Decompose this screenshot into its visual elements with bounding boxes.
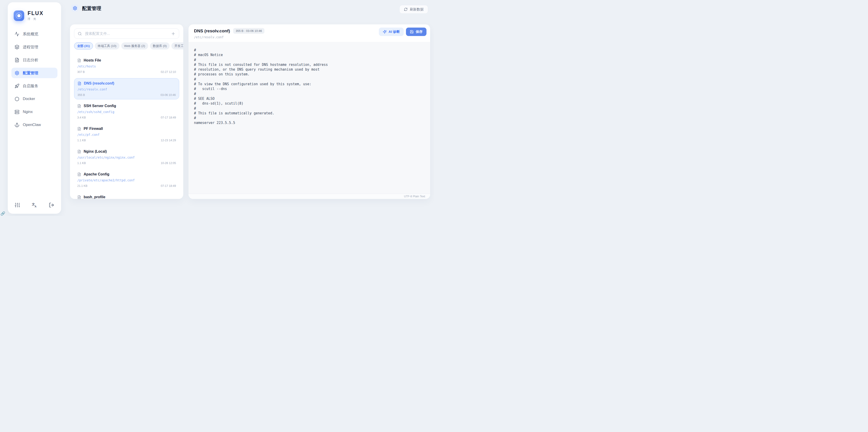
file-item-time: 07-17 18:49	[161, 184, 176, 188]
sidebar-item-label: 进程管理	[23, 44, 38, 50]
file-text-icon	[77, 172, 81, 176]
file-item-path: /etc/ssh/sshd_config	[77, 110, 176, 114]
filter-chip[interactable]: Web 服务器 (2)	[121, 42, 148, 49]
code-line: # To view the DNS configuration used by …	[194, 82, 425, 87]
file-list-item[interactable]: Hosts File/etc/hosts307 B02-27 12:10	[74, 55, 179, 76]
ai-diagnose-label: AI 诊断	[389, 30, 400, 34]
sidebar-item-config[interactable]: 配置管理	[11, 68, 57, 78]
file-item-name: bash_profile	[84, 195, 105, 199]
code-line: # This file is not consulted for DNS hos…	[194, 62, 425, 67]
page-header-gear-icon	[71, 5, 79, 12]
sidebar-item-autostart[interactable]: 自启服务	[11, 81, 57, 91]
ai-diagnose-button[interactable]: AI 诊断	[379, 28, 404, 36]
file-text-icon	[78, 81, 82, 86]
save-icon	[410, 30, 414, 34]
refresh-icon	[404, 7, 408, 11]
file-path: /etc/resolv.conf	[194, 35, 224, 39]
file-list-item[interactable]: SSH Server Config/etc/ssh/sshd_config3.4…	[74, 101, 179, 122]
sparkles-icon	[383, 30, 386, 34]
activity-icon	[14, 32, 20, 36]
file-item-time: 12-23 14:29	[161, 139, 176, 142]
file-list-item[interactable]: bash_profile	[74, 192, 179, 199]
code-line: #	[194, 77, 425, 82]
code-line: # SEE ALSO	[194, 96, 425, 101]
sidebar-item-docker[interactable]: Docker	[11, 94, 57, 104]
file-item-name: Nginx (Local)	[84, 149, 107, 154]
file-item-size: 307 B	[77, 70, 85, 74]
search-icon	[78, 32, 82, 36]
hexagon-icon	[14, 97, 20, 101]
code-editor[interactable]: ## macOS Notice## This file is not consu…	[188, 42, 430, 194]
file-item-time: 10-26 12:05	[161, 162, 176, 165]
file-text-icon	[14, 58, 20, 62]
file-item-size: 355 B	[78, 93, 85, 97]
sidebar-item-label: 日志分析	[23, 58, 38, 63]
page-title: 配置管理	[82, 5, 101, 12]
file-item-size: 1.1 KB	[77, 139, 86, 142]
file-item-name: Hosts File	[84, 58, 101, 62]
filter-chips: 全部 (31)终端工具 (10)Web 服务器 (2)数据库 (0)开发工具	[74, 42, 183, 49]
sidebar-item-label: Nginx	[23, 109, 33, 114]
file-item-name: DNS (resolv.conf)	[84, 81, 114, 86]
search-input[interactable]	[85, 31, 168, 36]
logout-button[interactable]	[49, 202, 54, 208]
file-title: DNS (resolv.conf)	[194, 29, 230, 33]
file-meta-badge: 355 B · 03-06 10:46	[233, 28, 265, 34]
code-line: #	[194, 58, 425, 62]
file-list-item[interactable]: Nginx (Local)/usr/local/etc/nginx/nginx.…	[74, 146, 179, 168]
sidebar-item-logs[interactable]: 日志分析	[11, 55, 57, 65]
file-list-item[interactable]: DNS (resolv.conf)/etc/resolv.conf355 B03…	[74, 78, 179, 99]
file-list-item[interactable]: Apache Config/private/etc/apache2/httpd.…	[74, 169, 179, 191]
code-line: # dns-sd(1), scutil(8)	[194, 101, 425, 106]
editor-panel: DNS (resolv.conf) 355 B · 03-06 10:46 /e…	[188, 24, 430, 199]
language-button[interactable]: 文A	[32, 202, 37, 208]
filter-chip[interactable]: 开发工具	[172, 42, 183, 49]
filter-chip[interactable]: 数据库 (0)	[150, 42, 170, 49]
add-config-button[interactable]	[171, 31, 176, 36]
filter-chip[interactable]: 全部 (31)	[74, 42, 93, 49]
save-button[interactable]: 保存	[406, 28, 427, 36]
file-item-time: 03-06 10:46	[160, 93, 176, 97]
plus-icon	[171, 31, 176, 36]
sidebar-item-nginx[interactable]: Nginx	[11, 107, 57, 117]
sidebar-item-processes[interactable]: 进程管理	[11, 42, 57, 52]
file-item-path: /usr/local/etc/nginx/nginx.conf	[77, 156, 176, 159]
server-icon	[14, 109, 20, 114]
code-line: # processes on this system.	[194, 72, 425, 77]
svg-text:文: 文	[32, 203, 35, 206]
gear-icon	[73, 6, 77, 10]
preferences-button[interactable]	[14, 202, 20, 208]
config-file-list-panel: 全部 (31)终端工具 (10)Web 服务器 (2)数据库 (0)开发工具 H…	[70, 24, 183, 199]
code-line: # resolution, or the DNS query routing m…	[194, 67, 425, 72]
sidebar-item-openclaw[interactable]: OpenClaw	[11, 120, 57, 130]
code-line: # scutil --dns	[194, 87, 425, 91]
sidebar-item-label: OpenClaw	[23, 123, 41, 127]
translate-icon: 文A	[32, 202, 37, 208]
file-item-size: 21.1 KB	[77, 184, 87, 188]
file-item-time: 02-27 12:10	[161, 70, 176, 74]
search-box	[74, 29, 179, 39]
file-item-path: /etc/hosts	[77, 65, 176, 68]
editor-header: DNS (resolv.conf) 355 B · 03-06 10:46	[194, 28, 265, 34]
rocket-icon	[14, 84, 20, 89]
file-text-icon	[77, 104, 81, 108]
code-line: nameserver 223.5.5.5	[194, 121, 425, 125]
encoding-label: UTF-8 Plain Text	[404, 195, 425, 198]
code-line: # This file is automatically generated.	[194, 111, 425, 116]
filter-chip[interactable]: 终端工具 (10)	[95, 42, 119, 49]
sidebar-nav: 系统概览进程管理日志分析配置管理自启服务DockerNginxOpenClaw	[11, 29, 57, 130]
file-item-time: 07-17 18:49	[161, 116, 176, 119]
sidebar-item-overview[interactable]: 系统概览	[11, 29, 57, 39]
file-list-item[interactable]: PF Firewall/etc/pf.conf1.1 KB12-23 14:29	[74, 124, 179, 145]
sidebar-item-label: 配置管理	[23, 70, 38, 76]
editor-statusbar: UTF-8 Plain Text	[188, 194, 430, 199]
file-list: Hosts File/etc/hosts307 B02-27 12:10DNS …	[74, 55, 179, 199]
save-label: 保存	[416, 30, 423, 34]
file-item-path: /etc/pf.conf	[77, 133, 176, 136]
brand-name: FLUX	[28, 10, 43, 16]
sidebar-footer: 文A	[11, 202, 57, 208]
refresh-button[interactable]: 刷新数据	[399, 5, 428, 14]
code-line: # macOS Notice	[194, 53, 425, 58]
code-content: ## macOS Notice## This file is not consu…	[194, 48, 425, 126]
brand-subtitle: 浮 光	[28, 17, 43, 21]
